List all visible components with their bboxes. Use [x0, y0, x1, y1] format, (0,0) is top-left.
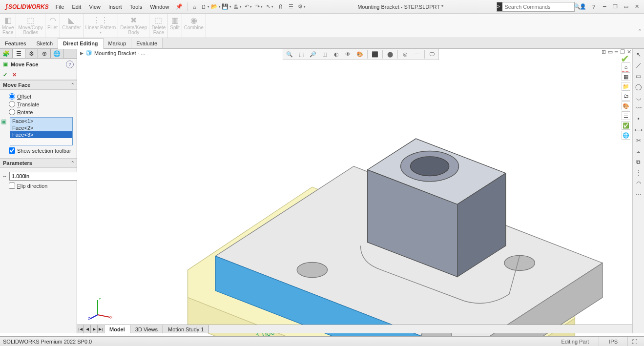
home-icon[interactable]: ⌂ — [189, 1, 200, 12]
hud-display-icon[interactable]: ◐ — [332, 50, 341, 59]
rb-delete-keep[interactable]: ✖Delete/Keep Body — [118, 14, 149, 38]
task-forum-icon[interactable]: 🌐 — [622, 131, 630, 140]
tab-direct-editing[interactable]: Direct Editing — [58, 38, 104, 49]
pm-tab-feature[interactable]: 🧩 — [0, 49, 13, 58]
doc-tile-icon[interactable]: ⊞ — [602, 49, 606, 55]
model-view[interactable]: 1.000 — [77, 49, 644, 346]
task-design-lib-icon[interactable]: 📁 — [622, 82, 630, 91]
rb-fillet[interactable]: ◠Fillet — [45, 14, 60, 38]
rb-move-face[interactable]: ◧Move Face — [0, 14, 16, 38]
offset-distance-input[interactable] — [9, 172, 82, 181]
redo-icon[interactable]: ↷ — [253, 1, 264, 12]
pm-help-icon[interactable]: ? — [66, 61, 74, 68]
hud-section-icon[interactable]: ◫ — [320, 50, 329, 59]
options-icon[interactable]: ☰ — [286, 1, 296, 12]
rebuild-icon[interactable]: 🛢 — [275, 1, 286, 12]
rt-rect-icon[interactable]: ▭ — [634, 71, 644, 81]
radio-translate-input[interactable] — [9, 101, 15, 107]
doc-restore-icon[interactable]: ▭ — [608, 49, 613, 55]
pm-tab-display[interactable]: 🌐 — [51, 49, 63, 58]
rt-dim-icon[interactable]: ⟷ — [634, 125, 644, 135]
rt-select-icon[interactable]: ↖ — [634, 50, 644, 60]
radio-rotate-input[interactable] — [9, 109, 15, 115]
tab-next-icon[interactable]: ▶ — [91, 325, 98, 333]
tab-first-icon[interactable]: |◀ — [77, 325, 84, 333]
rb-chamfer[interactable]: ◣Chamfer — [60, 14, 83, 38]
save-icon[interactable]: 💾 — [221, 1, 232, 12]
menu-file[interactable]: File — [52, 0, 68, 13]
hud-zoom-area-icon[interactable]: ⬚ — [297, 50, 306, 59]
rb-split[interactable]: ▥Split — [168, 14, 182, 38]
hud-render-icon[interactable]: ◎ — [401, 50, 410, 59]
face-item-3[interactable]: Face<3> — [10, 131, 72, 138]
rt-spline-icon[interactable]: 〰 — [634, 103, 644, 113]
pm-tab-dimxpert[interactable]: ⊕ — [38, 49, 51, 58]
maximize-icon[interactable]: ▭ — [621, 1, 631, 12]
help-icon[interactable]: ? — [588, 1, 599, 12]
minimize-icon[interactable]: ━ — [599, 1, 610, 12]
ribbon-expand-icon[interactable]: ⌃ — [638, 28, 642, 35]
print-icon[interactable]: 🖶 — [232, 1, 243, 12]
face-list[interactable]: Face<1> Face<2> Face<3> — [10, 117, 73, 145]
tab-motion-study[interactable]: Motion Study 1 — [163, 325, 209, 333]
tab-markup[interactable]: Markup — [104, 38, 132, 48]
radio-rotate[interactable]: Rotate — [9, 109, 73, 115]
hud-zoom-fit-icon[interactable]: 🔍 — [285, 50, 294, 59]
rt-arc-icon[interactable]: ◡ — [634, 93, 644, 102]
search-icon[interactable]: 🔍 — [574, 3, 581, 10]
rt-trim-icon[interactable]: ✂ — [634, 136, 644, 145]
hud-scene-icon[interactable]: ⬤ — [386, 50, 395, 59]
view-triad[interactable]: Y X Z — [88, 295, 112, 320]
pm-tab-config[interactable]: ⚙ — [25, 49, 38, 58]
settings-icon[interactable]: ⚙ — [296, 1, 307, 12]
hud-display-mode-icon[interactable]: 🖵 — [428, 50, 436, 59]
hud-appearance-icon[interactable]: 🎨 — [355, 50, 364, 59]
task-home-icon[interactable]: ⌂ — [622, 62, 630, 71]
face-item-2[interactable]: Face<2> — [10, 124, 72, 131]
new-icon[interactable]: 🗋 — [200, 1, 210, 12]
crumb-arrow-icon[interactable]: ▶ — [80, 51, 83, 56]
graphics-viewport[interactable]: ▶ 🧊 Mounting Bracket - ... 🔍 ⬚ 🔎 ◫ ◐ 👁 🎨… — [77, 49, 644, 333]
task-custom-props-icon[interactable]: ✅ — [622, 121, 630, 130]
hud-view-orient-icon[interactable]: ⬛ — [371, 50, 379, 59]
section-move-face[interactable]: Move Face ⌃ — [0, 80, 77, 90]
tab-last-icon[interactable]: ▶| — [98, 325, 104, 333]
cancel-button[interactable]: ✕ — [12, 72, 17, 78]
doc-min-icon[interactable]: ━ — [615, 49, 618, 55]
breadcrumb[interactable]: ▶ 🧊 Mounting Bracket - ... — [80, 50, 145, 56]
restore-icon[interactable]: ❐ — [610, 1, 621, 12]
undo-icon[interactable]: ↶ — [243, 1, 253, 12]
tab-evaluate[interactable]: Evaluate — [131, 38, 163, 48]
rt-offset-icon[interactable]: ⫠ — [634, 146, 644, 156]
select-icon[interactable]: ↖ — [264, 1, 275, 12]
pin-icon[interactable]: 📌 — [173, 3, 186, 10]
task-appearances-icon[interactable]: ☰ — [622, 111, 630, 120]
rt-fillet-icon[interactable]: ◠ — [634, 179, 644, 188]
rb-delete-face[interactable]: ⬚Delete Face — [149, 14, 168, 38]
search-input[interactable] — [502, 4, 574, 10]
rt-pattern-icon[interactable]: ⋮ — [634, 168, 644, 178]
rb-combine[interactable]: ◉Combine — [182, 14, 206, 38]
tab-sketch[interactable]: Sketch — [31, 38, 58, 48]
rt-circle-icon[interactable]: ◯ — [634, 82, 644, 92]
tab-prev-icon[interactable]: ◀ — [84, 325, 91, 333]
show-sel-toolbar-input[interactable] — [9, 147, 15, 154]
face-item-1[interactable]: Face<1> — [10, 118, 72, 124]
rt-line-icon[interactable]: ／ — [634, 61, 644, 70]
face-selection-box[interactable]: ▣ Face<1> Face<2> Face<3> — [2, 117, 73, 145]
flip-direction[interactable]: Flip direction — [9, 183, 73, 189]
radio-offset[interactable]: OOffsetffset — [9, 93, 73, 100]
task-view-palette-icon[interactable]: 🎨 — [622, 102, 630, 110]
status-units[interactable]: IPS — [599, 337, 627, 346]
tab-model[interactable]: Model — [104, 325, 130, 333]
hud-more-icon[interactable]: ⋯ — [413, 50, 421, 59]
rb-linear-pattern[interactable]: ⋮⋮Linear Pattern▾ — [83, 14, 119, 38]
radio-offset-input[interactable] — [9, 93, 15, 100]
status-expand-icon[interactable]: ⛶ — [627, 337, 641, 346]
menu-window[interactable]: Window — [146, 0, 173, 13]
pm-tab-property[interactable]: ☰ — [13, 49, 25, 58]
flip-direction-input[interactable] — [9, 183, 15, 189]
menu-view[interactable]: View — [85, 0, 104, 13]
hud-zoom-prev-icon[interactable]: 🔎 — [309, 50, 317, 59]
section-parameters[interactable]: Parameters ⌃ — [0, 158, 77, 168]
